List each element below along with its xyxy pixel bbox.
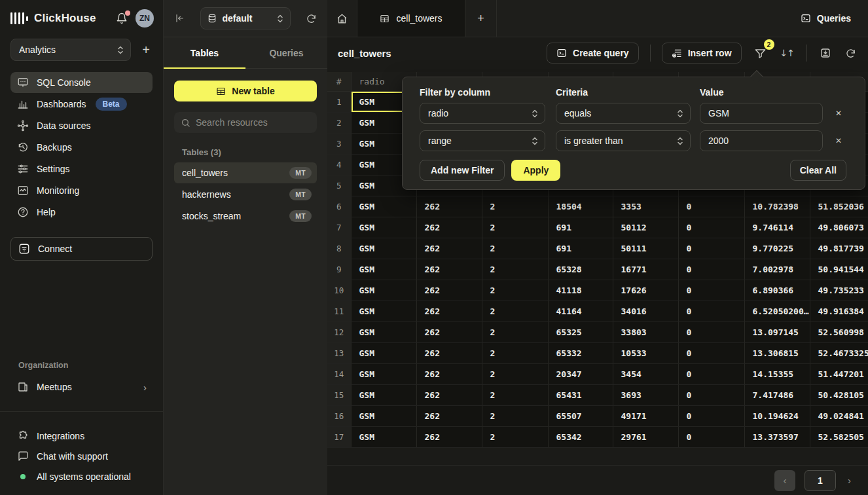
search-input[interactable]: [196, 117, 310, 128]
table-cell[interactable]: 0: [678, 217, 744, 238]
table-cell[interactable]: 52.560998: [810, 321, 868, 342]
table-cell[interactable]: 49171: [613, 405, 678, 426]
table-cell[interactable]: 65507: [548, 405, 613, 426]
table-cell[interactable]: GSM: [351, 426, 416, 447]
table-cell[interactable]: 65332: [548, 342, 613, 363]
table-cell[interactable]: 50111: [613, 238, 678, 259]
tab-tables[interactable]: Tables: [164, 37, 245, 68]
sidebar-item-monitoring[interactable]: Monitoring: [10, 180, 153, 201]
table-cell[interactable]: GSM: [351, 238, 416, 259]
table-cell[interactable]: 10.194624: [744, 405, 810, 426]
current-page[interactable]: 1: [805, 470, 836, 491]
table-cell[interactable]: 51.852036: [810, 196, 868, 217]
table-cell[interactable]: GSM: [351, 342, 416, 363]
sidebar-item-dashboards[interactable]: Dashboards Beta: [10, 94, 153, 115]
table-cell[interactable]: 0: [678, 384, 744, 405]
table-cell[interactable]: 2: [482, 342, 548, 363]
refresh-button[interactable]: [844, 46, 858, 60]
filter-column-select[interactable]: range: [420, 130, 545, 151]
table-cell[interactable]: 0: [678, 301, 744, 321]
table-cell[interactable]: 262: [416, 405, 482, 426]
table-cell[interactable]: 0: [678, 321, 744, 342]
filter-button[interactable]: 2: [753, 46, 768, 61]
table-cell[interactable]: 17626: [613, 280, 678, 301]
table-cell[interactable]: 41118: [548, 280, 613, 301]
table-cell[interactable]: 2: [482, 238, 548, 259]
collapse-panel-icon[interactable]: [174, 13, 185, 24]
avatar[interactable]: ZN: [136, 9, 154, 28]
table-cell[interactable]: 3454: [613, 363, 678, 384]
notifications-bell-icon[interactable]: [116, 12, 128, 24]
sidebar-item-help[interactable]: Help: [10, 202, 153, 223]
filter-value-input[interactable]: [700, 130, 823, 151]
next-page-button[interactable]: ›: [845, 475, 854, 486]
table-cell[interactable]: GSM: [351, 363, 416, 384]
workspace-select[interactable]: Analytics: [10, 39, 131, 61]
table-cell[interactable]: 65431: [548, 384, 613, 405]
download-button[interactable]: [818, 46, 833, 60]
new-table-button[interactable]: New table: [174, 81, 317, 101]
remove-filter-icon[interactable]: ✕: [835, 109, 842, 118]
table-cell[interactable]: 2: [482, 363, 548, 384]
queries-button[interactable]: Queries: [801, 0, 868, 37]
table-cell[interactable]: 0: [678, 426, 744, 447]
table-cell[interactable]: 2: [482, 301, 548, 321]
table-cell[interactable]: 0: [678, 196, 744, 217]
insert-row-button[interactable]: Insert row: [662, 43, 742, 64]
table-cell[interactable]: 13.306815: [744, 342, 810, 363]
table-cell[interactable]: 16771: [613, 259, 678, 280]
table-cell[interactable]: 2: [482, 196, 548, 217]
table-cell[interactable]: 0: [678, 342, 744, 363]
table-cell[interactable]: 14.15355: [744, 363, 810, 384]
table-cell[interactable]: 49.735233: [810, 280, 868, 301]
table-cell[interactable]: 20347: [548, 363, 613, 384]
table-cell[interactable]: 262: [416, 259, 482, 280]
filter-criteria-select[interactable]: equals: [556, 103, 691, 124]
table-cell[interactable]: 2: [482, 321, 548, 342]
table-cell[interactable]: 2: [482, 405, 548, 426]
table-cell[interactable]: 262: [416, 217, 482, 238]
sidebar-item-data-sources[interactable]: Data sources: [10, 115, 153, 136]
table-cell[interactable]: 2: [482, 259, 548, 280]
table-cell[interactable]: 262: [416, 238, 482, 259]
filter-column-select[interactable]: radio: [420, 103, 545, 124]
table-cell[interactable]: 65342: [548, 426, 613, 447]
table-cell[interactable]: 10.782398: [744, 196, 810, 217]
table-cell[interactable]: 2: [482, 426, 548, 447]
table-cell[interactable]: 13.373597: [744, 426, 810, 447]
table-cell[interactable]: GSM: [351, 259, 416, 280]
table-cell[interactable]: 65325: [548, 321, 613, 342]
table-cell[interactable]: 0: [678, 363, 744, 384]
clear-all-button[interactable]: Clear All: [790, 160, 846, 181]
database-select[interactable]: default: [200, 7, 291, 29]
sidebar-item-backups[interactable]: Backups: [10, 137, 153, 158]
table-cell[interactable]: 691: [548, 238, 613, 259]
table-cell[interactable]: 49.916384: [810, 301, 868, 321]
table-cell[interactable]: 262: [416, 342, 482, 363]
sidebar-item-sql-console[interactable]: SQL Console: [10, 72, 153, 93]
table-cell[interactable]: 52.4673325: [810, 342, 868, 363]
table-cell[interactable]: 9.770225: [744, 238, 810, 259]
apply-button[interactable]: Apply: [511, 160, 560, 181]
search-box[interactable]: [174, 112, 317, 133]
table-cell[interactable]: 34016: [613, 301, 678, 321]
table-cell[interactable]: 50.941544: [810, 259, 868, 280]
table-cell[interactable]: 49.806073: [810, 217, 868, 238]
table-cell[interactable]: 33803: [613, 321, 678, 342]
add-new-filter-button[interactable]: Add new Filter: [420, 160, 505, 181]
refresh-tables-icon[interactable]: [306, 13, 317, 24]
table-cell[interactable]: 262: [416, 196, 482, 217]
table-list-item-stocks-stream[interactable]: stocks_stream MT: [174, 206, 317, 227]
table-cell[interactable]: GSM: [351, 217, 416, 238]
add-workspace-button[interactable]: +: [139, 43, 153, 58]
table-cell[interactable]: 262: [416, 384, 482, 405]
table-cell[interactable]: 262: [416, 426, 482, 447]
filter-value-input[interactable]: [700, 103, 823, 124]
table-cell[interactable]: GSM: [351, 321, 416, 342]
tab-queries[interactable]: Queries: [245, 37, 327, 68]
table-cell[interactable]: 691: [548, 217, 613, 238]
sidebar-item-chat-support[interactable]: Chat with support: [10, 447, 153, 466]
remove-filter-icon[interactable]: ✕: [835, 136, 842, 145]
table-cell[interactable]: 262: [416, 363, 482, 384]
table-cell[interactable]: 262: [416, 301, 482, 321]
